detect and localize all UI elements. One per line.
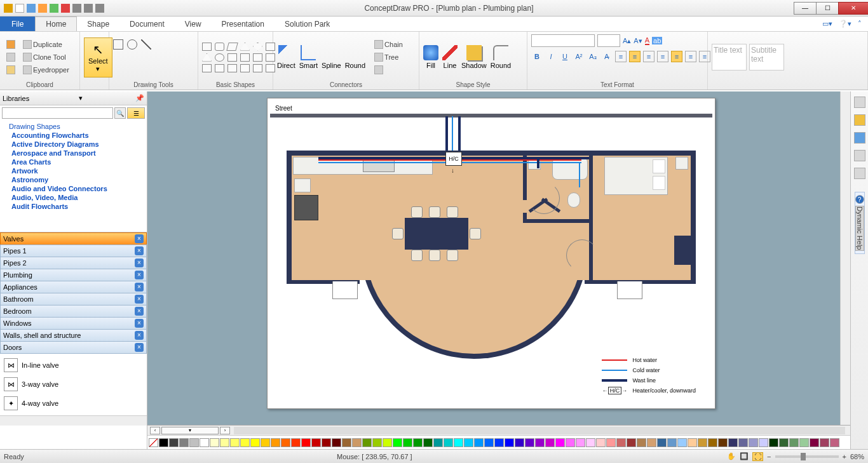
tool[interactable] — [113, 52, 123, 62]
color-swatch[interactable] — [210, 438, 219, 447]
paste-button[interactable] — [4, 64, 18, 76]
shape[interactable] — [227, 64, 237, 72]
tool-icon[interactable] — [854, 114, 865, 126]
qat-icon[interactable] — [84, 4, 93, 13]
color-swatch[interactable] — [311, 438, 321, 447]
color-swatch[interactable] — [566, 438, 575, 447]
color-swatch[interactable] — [810, 438, 819, 447]
color-swatch[interactable] — [789, 438, 799, 447]
search-button[interactable]: 🔍 — [114, 107, 126, 119]
title-text-style[interactable]: Title text — [712, 44, 747, 70]
color-swatch[interactable] — [830, 438, 839, 447]
color-swatch[interactable] — [169, 438, 179, 447]
maximize-button[interactable]: ☐ — [816, 2, 839, 15]
tool[interactable] — [183, 52, 193, 62]
tree-button[interactable]: Tree — [372, 51, 405, 63]
minimize-button[interactable]: — — [794, 2, 817, 15]
tab-document[interactable]: Document — [119, 17, 175, 31]
spline-button[interactable]: Spline — [322, 45, 341, 69]
tree-item[interactable]: Audio, Video, Media — [0, 193, 147, 202]
next-sheet-button[interactable]: › — [220, 427, 230, 434]
dropdown-icon[interactable]: ▾ — [79, 94, 83, 102]
sheet-dropdown[interactable]: ▾ — [161, 427, 219, 434]
color-swatch[interactable] — [759, 438, 768, 447]
chain-button[interactable]: Chain — [372, 39, 405, 50]
color-swatch[interactable] — [372, 438, 382, 447]
rect-tool[interactable] — [113, 39, 123, 50]
color-swatch[interactable] — [250, 438, 260, 447]
align-bottom-button[interactable]: ≡ — [685, 51, 696, 62]
color-swatch[interactable] — [667, 438, 677, 447]
tool[interactable] — [155, 52, 165, 62]
color-swatch[interactable] — [474, 438, 484, 447]
color-swatch[interactable] — [525, 438, 534, 447]
underline-button[interactable]: U — [559, 51, 571, 62]
tree-item[interactable]: Active Directory Diagrams — [0, 140, 147, 149]
superscript-button[interactable]: A² — [573, 51, 585, 62]
lib-item-4way-valve[interactable]: ✦4-way valve — [0, 394, 147, 413]
color-swatch[interactable] — [596, 438, 606, 447]
tool[interactable] — [127, 52, 137, 62]
zoom-slider[interactable] — [775, 455, 839, 458]
shadow-button[interactable]: Shadow — [461, 45, 487, 69]
shape[interactable] — [227, 53, 237, 62]
search-input[interactable] — [2, 107, 113, 119]
color-swatch[interactable] — [342, 438, 351, 447]
shape[interactable] — [215, 43, 224, 51]
italic-button[interactable]: I — [545, 51, 557, 62]
smart-button[interactable]: Smart — [299, 45, 318, 69]
vertical-scrollbar[interactable] — [840, 91, 850, 425]
qat-icon[interactable] — [27, 4, 36, 13]
strike-button[interactable]: A̶ — [601, 51, 613, 62]
close-icon[interactable]: × — [135, 295, 144, 304]
shape[interactable] — [215, 53, 224, 62]
more-button[interactable] — [372, 64, 405, 76]
round-button[interactable]: Round — [345, 45, 365, 69]
color-swatch[interactable] — [545, 438, 555, 447]
align-left-button[interactable]: ≡ — [615, 51, 627, 62]
color-swatch[interactable] — [322, 438, 331, 447]
color-swatch[interactable] — [383, 438, 392, 447]
libcat-pipes2[interactable]: Pipes 2× — [0, 257, 147, 269]
color-swatch[interactable] — [230, 438, 240, 447]
color-swatch[interactable] — [271, 438, 280, 447]
library-tree[interactable]: Drawing Shapes Accounting Flowcharts Act… — [0, 121, 147, 232]
qat-icon[interactable] — [4, 4, 13, 13]
font-select[interactable] — [531, 34, 595, 47]
color-swatch[interactable] — [677, 438, 687, 447]
tool-icon[interactable] — [854, 97, 865, 108]
qat-icon[interactable] — [50, 4, 58, 13]
color-swatch[interactable] — [505, 438, 514, 447]
qat-icon[interactable] — [61, 4, 70, 13]
qat-icon[interactable] — [15, 4, 24, 13]
color-swatch[interactable] — [555, 438, 565, 447]
tool[interactable] — [141, 52, 151, 62]
color-swatch[interactable] — [586, 438, 595, 447]
grow-font-icon[interactable]: A▴ — [623, 37, 631, 45]
color-swatch[interactable] — [627, 438, 636, 447]
view-toggle-button[interactable]: ☰ — [127, 107, 145, 119]
close-icon[interactable]: × — [135, 307, 144, 316]
cut-button[interactable] — [4, 39, 18, 50]
align-top-button[interactable]: ≡ — [657, 51, 668, 62]
align-center-button[interactable]: ≡ — [629, 51, 641, 62]
tool[interactable] — [113, 65, 123, 75]
color-swatch[interactable] — [799, 438, 809, 447]
shape[interactable] — [253, 64, 262, 72]
tree-item[interactable]: Aerospace and Transport — [0, 149, 147, 158]
color-swatch[interactable] — [484, 438, 494, 447]
ellipse-tool[interactable] — [127, 39, 137, 50]
color-swatch[interactable] — [576, 438, 585, 447]
highlight-icon[interactable]: ab — [652, 37, 662, 44]
color-swatch[interactable] — [647, 438, 656, 447]
dynamic-help-tab[interactable]: ? Dynamic Help — [855, 192, 865, 254]
tool-icon[interactable] — [854, 168, 865, 179]
tree-item[interactable]: Audio and Video Connectors — [0, 184, 147, 193]
tool[interactable] — [169, 65, 179, 75]
color-swatch[interactable] — [393, 438, 402, 447]
color-swatch[interactable] — [728, 438, 738, 447]
file-tab[interactable]: File — [0, 17, 35, 31]
color-swatch[interactable] — [454, 438, 463, 447]
h-scrollbar[interactable] — [234, 427, 845, 434]
color-swatch[interactable] — [637, 438, 646, 447]
